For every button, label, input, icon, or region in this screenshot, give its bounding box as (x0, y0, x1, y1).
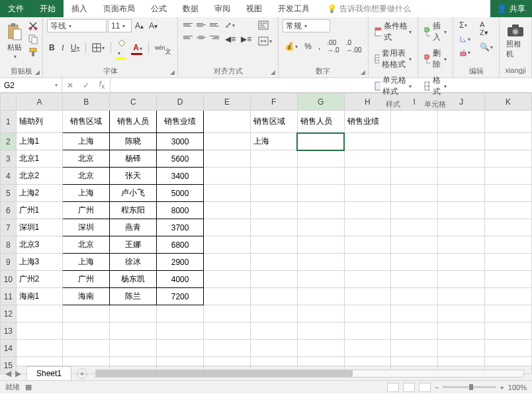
cell-I4[interactable] (391, 168, 438, 185)
align-launcher[interactable]: ◢ (271, 69, 275, 75)
cell-G2[interactable] (297, 133, 344, 150)
increase-decimal-button[interactable]: .00→.0 (325, 38, 341, 55)
font-name-dropdown[interactable]: 等线▾ (47, 19, 107, 32)
underline-button[interactable]: U▾ (69, 42, 82, 54)
sheet-nav-last[interactable]: ▶ (15, 369, 21, 378)
cell-C13[interactable] (110, 323, 157, 340)
cell-E2[interactable] (203, 133, 250, 150)
cell-A10[interactable]: 广州2 (16, 271, 63, 288)
cell-styles-button[interactable]: 单元格样式▾ (373, 74, 414, 99)
cell-G14[interactable] (297, 340, 344, 357)
cell-G12[interactable] (297, 305, 344, 323)
cell-D7[interactable]: 3700 (157, 219, 204, 236)
cell-E7[interactable] (203, 219, 250, 236)
cell-C3[interactable]: 杨铎 (110, 150, 157, 168)
cell-E11[interactable] (203, 288, 250, 305)
cell-C5[interactable]: 卢小飞 (110, 185, 157, 202)
align-bottom-button[interactable] (208, 19, 220, 30)
cell-I3[interactable] (391, 150, 438, 168)
cell-K5[interactable] (485, 185, 532, 202)
cell-C9[interactable]: 徐冰 (110, 254, 157, 271)
page-break-view-button[interactable] (419, 383, 431, 392)
cell-C12[interactable] (110, 305, 157, 323)
zoom-out-button[interactable]: − (435, 383, 439, 391)
accounting-format-button[interactable]: 💰▾ (283, 40, 300, 52)
delete-cells-button[interactable]: 删除▾ (422, 46, 449, 72)
cell-B12[interactable] (63, 305, 110, 323)
cell-J7[interactable] (438, 219, 485, 236)
wrap-text-button[interactable] (256, 19, 274, 31)
column-header-C[interactable]: C (110, 93, 157, 111)
cell-J13[interactable] (438, 323, 485, 340)
cell-H13[interactable] (344, 323, 391, 340)
font-launcher[interactable]: ◢ (170, 69, 175, 75)
cell-E9[interactable] (203, 254, 250, 271)
tell-me-search[interactable]: 💡 告诉我你想要做什么 (322, 0, 490, 17)
cell-J10[interactable] (438, 271, 485, 288)
align-top-button[interactable] (182, 19, 194, 30)
cell-C4[interactable]: 张天 (110, 168, 157, 185)
row-header-10[interactable]: 10 (1, 271, 17, 288)
cell-E10[interactable] (203, 271, 250, 288)
cell-F1[interactable]: 销售区域 (250, 111, 297, 133)
cell-H4[interactable] (344, 168, 391, 185)
cell-K6[interactable] (485, 202, 532, 219)
row-header-13[interactable]: 13 (1, 323, 17, 340)
column-header-A[interactable]: A (16, 93, 63, 111)
cell-B3[interactable]: 北京 (63, 150, 110, 168)
cell-D12[interactable] (157, 305, 204, 323)
cell-H8[interactable] (344, 236, 391, 254)
cell-H10[interactable] (344, 271, 391, 288)
clipboard-launcher[interactable]: ◢ (35, 69, 40, 75)
share-button[interactable]: 👤 共享 (490, 0, 532, 17)
cell-J2[interactable] (438, 133, 485, 150)
cell-F5[interactable] (250, 185, 297, 202)
insert-cells-button[interactable]: 插入▾ (422, 19, 449, 44)
cell-F14[interactable] (250, 340, 297, 357)
copy-button[interactable] (28, 34, 38, 44)
cell-K3[interactable] (485, 150, 532, 168)
cell-K12[interactable] (485, 305, 532, 323)
column-header-K[interactable]: K (485, 93, 532, 111)
cell-A1[interactable]: 辅助列 (16, 111, 63, 133)
tab-page-layout[interactable]: 页面布局 (95, 0, 143, 17)
cell-E1[interactable] (203, 111, 250, 133)
cell-A11[interactable]: 海南1 (16, 288, 63, 305)
row-header-9[interactable]: 9 (1, 254, 17, 271)
name-box[interactable]: G2▾ (0, 78, 62, 92)
cell-J12[interactable] (438, 305, 485, 323)
worksheet-grid[interactable]: ABCDEFGHIJK1辅助列销售区域销售人员销售业绩销售区域销售人员销售业绩2… (0, 93, 532, 366)
tab-home[interactable]: 开始 (32, 0, 64, 17)
cell-D1[interactable]: 销售业绩 (157, 111, 204, 133)
borders-button[interactable]: ▾ (90, 42, 107, 54)
cell-F9[interactable] (250, 254, 297, 271)
cell-A12[interactable] (16, 305, 63, 323)
tab-developer[interactable]: 开发工具 (270, 0, 318, 17)
cell-K7[interactable] (485, 219, 532, 236)
cell-F10[interactable] (250, 271, 297, 288)
horizontal-scrollbar[interactable] (95, 370, 524, 377)
cell-A9[interactable]: 上海3 (16, 254, 63, 271)
cell-F8[interactable] (250, 236, 297, 254)
cell-B14[interactable] (63, 340, 110, 357)
cell-K10[interactable] (485, 271, 532, 288)
merge-center-button[interactable]: ▾ (256, 35, 274, 47)
paste-button[interactable]: 粘贴 ▾ (4, 19, 25, 63)
cell-H7[interactable] (344, 219, 391, 236)
cell-J8[interactable] (438, 236, 485, 254)
row-header-12[interactable]: 12 (1, 305, 17, 323)
cell-K1[interactable] (485, 111, 532, 133)
cell-D13[interactable] (157, 323, 204, 340)
cell-B10[interactable]: 广州 (63, 271, 110, 288)
cell-J14[interactable] (438, 340, 485, 357)
fill-button[interactable]: ▾ (457, 34, 472, 44)
cell-B7[interactable]: 深圳 (63, 219, 110, 236)
cell-I10[interactable] (391, 271, 438, 288)
cell-D3[interactable]: 5600 (157, 150, 204, 168)
sort-filter-button[interactable]: AZ▾ (478, 19, 495, 38)
cell-J3[interactable] (438, 150, 485, 168)
increase-font-button[interactable]: A▴ (133, 20, 146, 32)
tab-review[interactable]: 审阅 (206, 0, 238, 17)
cell-K4[interactable] (485, 168, 532, 185)
phonetic-button[interactable]: wén文 (153, 38, 173, 58)
